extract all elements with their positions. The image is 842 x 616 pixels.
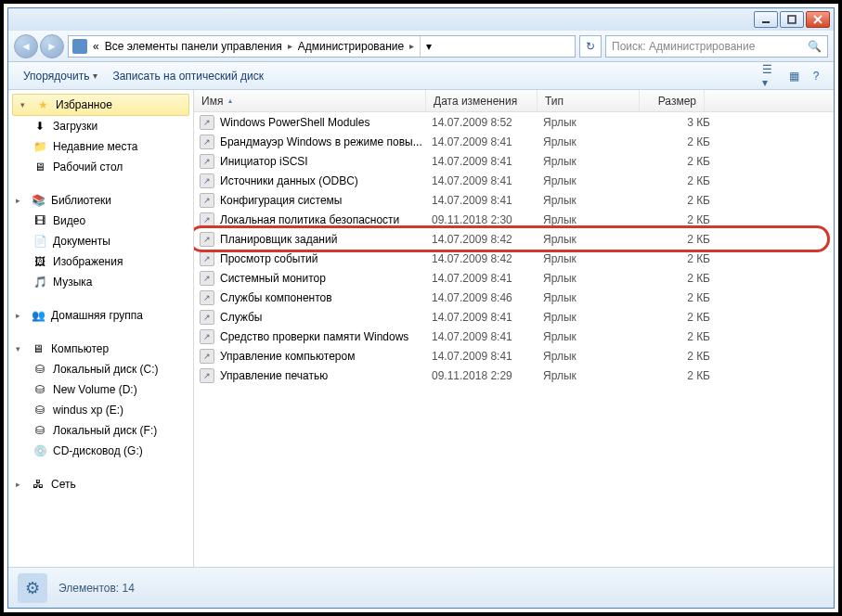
column-date[interactable]: Дата изменения xyxy=(426,90,538,111)
breadcrumb-prefix: « xyxy=(93,40,99,53)
file-size: 2 КБ xyxy=(645,194,710,207)
library-icon: 🎵 xyxy=(32,275,47,289)
file-date: 14.07.2009 8:41 xyxy=(432,330,543,343)
close-button[interactable] xyxy=(806,11,830,28)
file-row[interactable]: ↗ Просмотр событий 14.07.2009 8:42 Ярлык… xyxy=(194,249,834,268)
drive-icon: ⛁ xyxy=(32,362,47,377)
file-row[interactable]: ↗ Локальная политика безопасности 09.11.… xyxy=(194,210,834,229)
library-icon: 🖼 xyxy=(32,254,47,269)
sidebar-item[interactable]: 💿CD-дисковод (G:) xyxy=(8,441,193,461)
sidebar-item[interactable]: ⬇Загрузки xyxy=(8,116,193,136)
file-date: 14.07.2009 8:46 xyxy=(432,291,543,304)
sidebar-item[interactable]: 🎵Музыка xyxy=(8,272,193,292)
sidebar-computer[interactable]: ▾🖥Компьютер xyxy=(8,339,193,359)
file-list: Имя Дата изменения Тип Размер ↗ Windows … xyxy=(194,90,834,567)
file-row[interactable]: ↗ Windows PowerShell Modules 14.07.2009 … xyxy=(194,112,834,132)
minimize-button[interactable] xyxy=(754,11,778,28)
shortcut-icon: ↗ xyxy=(200,329,214,344)
file-row[interactable]: ↗ Инициатор iSCSI 14.07.2009 8:41 Ярлык … xyxy=(194,151,834,171)
maximize-button[interactable] xyxy=(780,11,804,28)
file-row[interactable]: ↗ Планировщик заданий 14.07.2009 8:42 Яр… xyxy=(194,229,834,249)
chevron-right-icon[interactable]: ▸ xyxy=(409,41,414,51)
titlebar xyxy=(8,8,834,31)
file-row[interactable]: ↗ Управление печатью 09.11.2018 2:29 Ярл… xyxy=(194,366,834,385)
search-placeholder: Поиск: Администрирование xyxy=(612,40,755,53)
address-bar[interactable]: « Все элементы панели управления ▸ Админ… xyxy=(68,35,576,58)
file-row[interactable]: ↗ Средство проверки памяти Windows 14.07… xyxy=(194,327,834,346)
file-size: 2 КБ xyxy=(645,272,710,285)
sidebar-item[interactable]: 🖥Рабочий стол xyxy=(8,157,193,177)
file-name: Средство проверки памяти Windows xyxy=(220,330,432,343)
location-icon xyxy=(72,39,87,54)
drive-icon: ⛁ xyxy=(32,403,47,417)
file-row[interactable]: ↗ Службы компонентов 14.07.2009 8:46 Ярл… xyxy=(194,288,834,307)
file-row[interactable]: ↗ Конфигурация системы 14.07.2009 8:41 Я… xyxy=(194,190,834,210)
sidebar-item[interactable]: 🖼Изображения xyxy=(8,251,193,272)
shortcut-icon: ↗ xyxy=(200,135,214,149)
file-name: Системный монитор xyxy=(220,272,432,285)
sidebar-item[interactable]: 🎞Видео xyxy=(8,211,193,231)
sidebar-item[interactable]: 📄Документы xyxy=(8,231,193,251)
column-size[interactable]: Размер xyxy=(640,90,705,111)
file-date: 09.11.2018 2:29 xyxy=(432,369,543,382)
file-date: 14.07.2009 8:41 xyxy=(432,135,543,148)
organize-menu[interactable]: Упорядочить ▾ xyxy=(16,66,105,86)
file-type: Ярлык xyxy=(543,350,645,363)
sidebar-favorites[interactable]: ▾★Избранное xyxy=(12,94,189,116)
breadcrumb-part[interactable]: Администрирование xyxy=(298,40,404,53)
file-row[interactable]: ↗ Службы 14.07.2009 8:41 Ярлык 2 КБ xyxy=(194,307,834,327)
folder-icon: 🖥 xyxy=(32,160,47,174)
preview-pane-button[interactable]: ▦ xyxy=(784,66,804,86)
file-row[interactable]: ↗ Источники данных (ODBC) 14.07.2009 8:4… xyxy=(194,171,834,190)
drive-icon: 💿 xyxy=(32,443,47,458)
refresh-button[interactable]: ↻ xyxy=(579,35,602,58)
breadcrumb-part[interactable]: Все элементы панели управления xyxy=(105,40,282,53)
burn-button[interactable]: Записать на оптический диск xyxy=(105,66,271,86)
sidebar-item[interactable]: ⛁New Volume (D:) xyxy=(8,379,193,400)
file-size: 2 КБ xyxy=(645,174,710,187)
file-date: 14.07.2009 8:41 xyxy=(432,272,543,285)
status-text: Элементов: 14 xyxy=(58,582,135,595)
help-button[interactable]: ? xyxy=(806,66,826,86)
file-date: 14.07.2009 8:41 xyxy=(432,174,543,187)
file-row[interactable]: ↗ Системный монитор 14.07.2009 8:41 Ярлы… xyxy=(194,268,834,288)
file-size: 2 КБ xyxy=(645,233,710,246)
column-name[interactable]: Имя xyxy=(194,90,426,111)
sidebar-item[interactable]: ⛁Локальный диск (C:) xyxy=(8,359,193,379)
file-size: 2 КБ xyxy=(645,252,710,265)
file-type: Ярлык xyxy=(543,116,645,129)
sidebar-item[interactable]: 📁Недавние места xyxy=(8,136,193,157)
file-type: Ярлык xyxy=(543,135,645,148)
sidebar: ▾★Избранное ⬇Загрузки📁Недавние места🖥Раб… xyxy=(8,90,194,567)
file-name: Планировщик заданий xyxy=(220,233,432,246)
column-headers: Имя Дата изменения Тип Размер xyxy=(194,90,834,112)
address-dropdown[interactable]: ▾ xyxy=(420,36,436,57)
back-button[interactable]: ◄ xyxy=(14,34,38,58)
file-size: 2 КБ xyxy=(645,155,710,168)
sidebar-item[interactable]: ⛁windus xp (E:) xyxy=(8,400,193,420)
toolbar: Упорядочить ▾ Записать на оптический дис… xyxy=(8,62,834,90)
file-date: 14.07.2009 8:42 xyxy=(432,233,543,246)
sidebar-homegroup[interactable]: ▸👥Домашняя группа xyxy=(8,305,193,326)
shortcut-icon: ↗ xyxy=(200,290,214,305)
shortcut-icon: ↗ xyxy=(200,193,214,208)
view-menu[interactable]: ☰ ▾ xyxy=(761,66,782,86)
column-type[interactable]: Тип xyxy=(538,90,640,111)
file-row[interactable]: ↗ Управление компьютером 14.07.2009 8:41… xyxy=(194,346,834,366)
file-type: Ярлык xyxy=(543,291,645,304)
explorer-window: ◄ ► « Все элементы панели управления ▸ А… xyxy=(7,7,835,609)
file-type: Ярлык xyxy=(543,233,645,246)
shortcut-icon: ↗ xyxy=(200,212,214,227)
search-input[interactable]: Поиск: Администрирование 🔍 xyxy=(605,35,828,58)
sidebar-item[interactable]: ⛁Локальный диск (F:) xyxy=(8,420,193,441)
network-icon: 🖧 xyxy=(31,477,45,492)
shortcut-icon: ↗ xyxy=(200,310,214,325)
file-name: Windows PowerShell Modules xyxy=(220,116,432,129)
file-row[interactable]: ↗ Брандмауэр Windows в режиме повы... 14… xyxy=(194,132,834,151)
file-date: 14.07.2009 8:41 xyxy=(432,194,543,207)
sidebar-libraries[interactable]: ▸📚Библиотеки xyxy=(8,190,193,211)
forward-button[interactable]: ► xyxy=(40,34,64,58)
sidebar-network[interactable]: ▸🖧Сеть xyxy=(8,474,193,494)
star-icon: ★ xyxy=(35,97,50,112)
chevron-right-icon[interactable]: ▸ xyxy=(288,41,292,51)
